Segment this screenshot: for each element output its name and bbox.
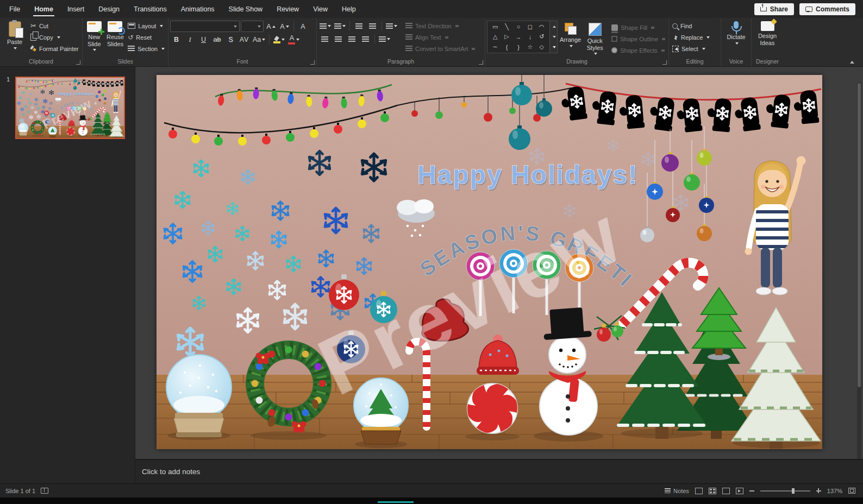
strikethrough-button[interactable]: ab (211, 34, 223, 45)
tab-animations[interactable]: Animations (174, 1, 222, 18)
reading-view-button[interactable] (722, 488, 730, 494)
shapes-gallery-scrollbar[interactable] (550, 21, 558, 53)
grow-font-button[interactable]: A (265, 21, 277, 32)
tab-view[interactable]: View (306, 1, 335, 18)
tab-file[interactable]: File (2, 1, 27, 18)
share-button[interactable]: Share (754, 3, 794, 15)
find-button[interactable]: Find (671, 20, 711, 32)
slide-thumbnail[interactable] (15, 77, 125, 139)
shape-fill-button[interactable]: Shape Fill (610, 22, 667, 33)
align-text-button[interactable]: Align Text (404, 32, 477, 43)
slideshow-button[interactable] (736, 488, 743, 494)
bullets-button[interactable] (318, 21, 332, 32)
bold-button[interactable]: B (170, 34, 183, 45)
accessibility-icon[interactable] (41, 488, 48, 494)
reset-button[interactable]: ↺ Reset (126, 32, 166, 43)
tab-home[interactable]: Home (27, 1, 60, 18)
tab-review[interactable]: Review (270, 1, 306, 18)
notes-toggle-button[interactable]: Notes (665, 488, 689, 494)
cut-button[interactable]: ✂ Cut (29, 20, 80, 32)
replace-button[interactable]: Replace (671, 32, 711, 43)
snow-globe-blue[interactable] (166, 355, 232, 440)
shapes-gallery[interactable]: ▭ ╲ ○ ◻ ◠ △ ▷ → ↓ ↺ ∼ { } ☆ ◇ (487, 21, 550, 53)
scrollbar-thumb[interactable] (858, 83, 861, 387)
title-text[interactable]: Happy Holidays! Happy Holidays! (417, 160, 639, 191)
copy-button[interactable]: Copy (29, 32, 80, 43)
underline-button[interactable]: U (197, 34, 210, 45)
drawing-dialog-launcher[interactable] (662, 60, 667, 65)
shape-outline-button[interactable]: Shape Outline (610, 33, 667, 45)
character-spacing-button[interactable]: AV (238, 34, 251, 45)
canvas-scrollbar[interactable] (857, 82, 861, 462)
font-dialog-launcher[interactable] (310, 60, 315, 65)
dictate-button[interactable]: Dictate (723, 19, 749, 45)
text-shadow-button[interactable]: S (224, 34, 237, 45)
normal-view-button[interactable] (695, 488, 703, 494)
comments-button[interactable]: Comments (799, 3, 855, 15)
new-slide-button[interactable]: New Slide (84, 19, 104, 52)
shape-glyph[interactable]: ○ (517, 23, 521, 30)
shape-glyph[interactable]: ◠ (539, 23, 545, 30)
slide-sorter-view-button[interactable] (709, 488, 716, 494)
change-case-button[interactable]: Aa (252, 34, 266, 45)
convert-smartart-button[interactable]: Convert to SmartArt (404, 43, 477, 54)
zoom-in-button[interactable] (816, 488, 821, 493)
font-size-combobox[interactable] (241, 21, 264, 32)
shape-glyph[interactable]: → (515, 34, 521, 40)
columns-button[interactable] (378, 34, 391, 45)
layout-button[interactable]: Layout (126, 20, 166, 32)
section-button[interactable]: Section (126, 43, 166, 54)
highlight-color-button[interactable] (272, 34, 286, 45)
paragraph-dialog-launcher[interactable] (479, 60, 483, 65)
font-name-combobox[interactable] (170, 21, 240, 32)
numbering-button[interactable] (333, 21, 347, 32)
shape-glyph[interactable]: ↓ (529, 34, 532, 40)
shape-effects-button[interactable]: Shape Effects (610, 45, 667, 56)
shape-glyph[interactable]: } (517, 44, 520, 51)
shape-glyph[interactable]: { (506, 44, 508, 51)
shape-glyph[interactable]: ☆ (527, 43, 533, 51)
gallery-more-icon[interactable] (553, 46, 556, 48)
tab-design[interactable]: Design (91, 1, 127, 18)
text-direction-button[interactable]: Text Direction (404, 20, 477, 32)
format-painter-button[interactable]: Format Painter (29, 43, 80, 54)
tab-transitions[interactable]: Transitions (127, 1, 174, 18)
justify-button[interactable] (359, 34, 372, 45)
zoom-level[interactable]: 137% (827, 488, 842, 494)
increase-indent-button[interactable] (366, 21, 379, 32)
quick-styles-button[interactable]: Quick Styles (583, 21, 606, 55)
tab-insert[interactable]: Insert (60, 1, 91, 18)
shape-glyph[interactable]: ◇ (540, 43, 544, 51)
italic-button[interactable]: I (184, 34, 196, 45)
paste-button[interactable]: Paste (2, 19, 28, 50)
zoom-slider-thumb[interactable] (792, 488, 795, 494)
align-right-button[interactable] (346, 34, 358, 45)
shrink-font-button[interactable]: A (278, 21, 291, 32)
align-left-button[interactable] (318, 34, 331, 45)
gallery-scroll-down-icon[interactable] (553, 36, 556, 38)
clear-formatting-button[interactable]: A (297, 21, 309, 32)
align-center-button[interactable] (332, 34, 345, 45)
reuse-slides-button[interactable]: Reuse Slides (105, 19, 126, 48)
zoom-out-button[interactable] (749, 490, 754, 492)
decrease-indent-button[interactable] (353, 21, 365, 32)
shape-glyph[interactable]: ▭ (492, 23, 498, 30)
line-spacing-button[interactable] (385, 21, 398, 32)
shape-glyph[interactable]: ◻ (528, 23, 533, 30)
slide-canvas[interactable]: Happy Holidays! Happy Holidays! SEASON'S… (157, 75, 822, 449)
tab-help[interactable]: Help (335, 1, 363, 18)
shape-glyph[interactable]: ╲ (505, 23, 509, 30)
fit-to-window-button[interactable] (848, 488, 855, 494)
gallery-scroll-up-icon[interactable] (553, 26, 556, 28)
tab-slideshow[interactable]: Slide Show (222, 1, 270, 18)
zoom-slider[interactable] (760, 490, 810, 492)
notes-pane[interactable]: Click to add notes (135, 459, 863, 483)
shape-glyph[interactable]: ▷ (504, 33, 509, 40)
collapse-ribbon-icon[interactable] (850, 61, 854, 64)
design-ideas-button[interactable]: Design Ideas (754, 19, 780, 47)
font-color-button[interactable]: A (287, 34, 301, 45)
select-button[interactable]: Select (671, 43, 711, 54)
shape-glyph[interactable]: ↺ (539, 33, 544, 40)
clipboard-dialog-launcher[interactable] (76, 60, 80, 65)
arrange-button[interactable]: Arrange (559, 21, 582, 48)
